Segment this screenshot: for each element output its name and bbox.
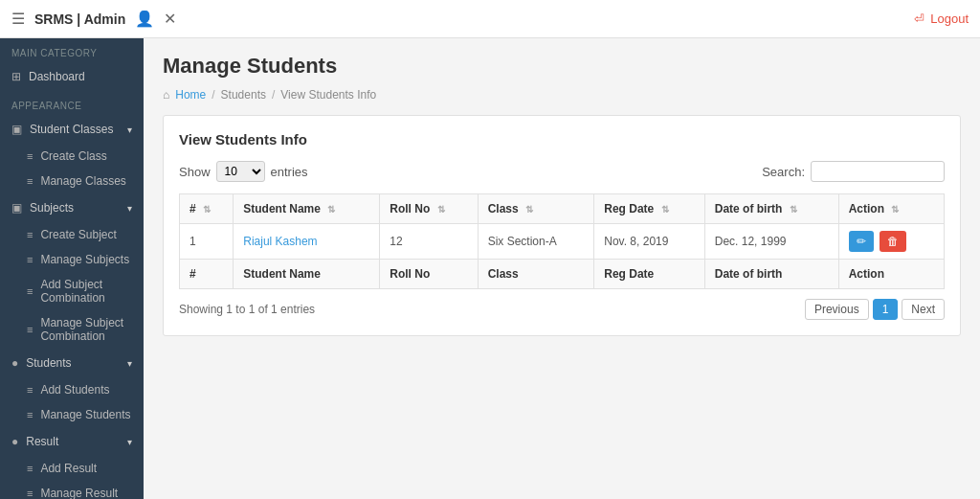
sidebar-item-manage-result[interactable]: ≡ Manage Result xyxy=(0,481,144,499)
delete-button[interactable]: 🗑 xyxy=(880,231,906,252)
manage-classes-icon: ≡ xyxy=(27,175,33,187)
add-result-icon: ≡ xyxy=(27,463,33,474)
sort-icon-roll: ⇅ xyxy=(437,204,445,215)
topbar-left: ☰ SRMS | Admin 👤 ✕ xyxy=(11,10,176,28)
sidebar-item-add-students[interactable]: ≡ Add Students xyxy=(0,377,144,402)
dashboard-icon: ⊞ xyxy=(11,70,21,83)
add-students-icon: ≡ xyxy=(27,384,33,396)
prev-button[interactable]: Previous xyxy=(805,299,869,320)
result-icon: ● xyxy=(11,435,18,448)
sidebar-item-manage-classes[interactable]: ≡ Manage Classes xyxy=(0,169,144,193)
topbar: ☰ SRMS | Admin 👤 ✕ ⏎ Logout xyxy=(0,0,980,38)
table-footer-row: # Student Name Roll No Class Reg Date Da… xyxy=(180,260,945,289)
logout-button[interactable]: Logout xyxy=(930,11,969,26)
col-student-name: Student Name ⇅ xyxy=(234,194,380,224)
sidebar-result-label: Result xyxy=(26,435,58,448)
cell-dob: Dec. 12, 1999 xyxy=(704,224,838,260)
sidebar-item-subjects[interactable]: ▣ Subjects ▾ xyxy=(0,193,144,222)
layout: MAIN CATEGORY ⊞ Dashboard APPEARANCE ▣ S… xyxy=(0,38,980,499)
close-icon[interactable]: ✕ xyxy=(164,10,176,28)
cell-class: Six Section-A xyxy=(478,224,594,260)
create-subject-icon: ≡ xyxy=(27,229,33,240)
foot-col-student-name: Student Name xyxy=(234,260,380,289)
breadcrumb-sep-1: / xyxy=(212,88,214,102)
sidebar-item-manage-subjects[interactable]: ≡ Manage Subjects xyxy=(0,247,144,272)
sidebar-add-subject-combination-label: Add Subject Combination xyxy=(40,278,132,305)
chevron-down-icon-3: ▾ xyxy=(127,358,132,369)
entries-label: entries xyxy=(271,165,308,179)
entries-select[interactable]: 10 25 50 100 xyxy=(216,161,265,182)
sidebar-student-classes-label: Student Classes xyxy=(30,123,113,136)
pagination: Previous 1 Next xyxy=(805,299,945,320)
breadcrumb-home[interactable]: Home xyxy=(175,88,206,102)
students-table: # ⇅ Student Name ⇅ Roll No ⇅ Class ⇅ Reg… xyxy=(179,193,945,289)
sidebar-item-create-class[interactable]: ≡ Create Class xyxy=(0,144,144,169)
appearance-label: APPEARANCE xyxy=(0,91,144,115)
breadcrumb-current: View Students Info xyxy=(280,88,376,102)
page-1-button[interactable]: 1 xyxy=(873,299,899,320)
cell-action: ✏ 🗑 xyxy=(838,224,944,260)
sidebar-item-manage-students[interactable]: ≡ Manage Students xyxy=(0,402,144,427)
menu-icon[interactable]: ☰ xyxy=(11,10,25,28)
sidebar-dashboard-label: Dashboard xyxy=(29,70,85,83)
next-button[interactable]: Next xyxy=(902,299,945,320)
cell-num: 1 xyxy=(180,224,234,260)
sidebar-item-add-result[interactable]: ≡ Add Result xyxy=(0,456,144,481)
sidebar-manage-subject-combination-label: Manage Subject Combination xyxy=(40,316,132,343)
sort-icon-name: ⇅ xyxy=(327,204,335,215)
sort-icon-reg: ⇅ xyxy=(661,204,669,215)
search-input[interactable] xyxy=(811,161,945,182)
cell-reg-date: Nov. 8, 2019 xyxy=(594,224,705,260)
col-roll-no: Roll No ⇅ xyxy=(380,194,478,224)
sidebar-manage-result-label: Manage Result xyxy=(40,487,118,499)
sidebar-students-label: Students xyxy=(26,356,71,370)
chevron-down-icon-2: ▾ xyxy=(127,203,132,214)
user-icon[interactable]: 👤 xyxy=(135,10,154,28)
search-label: Search: xyxy=(762,165,805,179)
topbar-right: ⏎ Logout xyxy=(914,11,969,26)
breadcrumb: ⌂ Home / Students / View Students Info xyxy=(163,88,961,102)
col-action: Action ⇅ xyxy=(838,194,944,224)
table-controls: Show 10 25 50 100 entries Search: xyxy=(179,161,945,182)
sidebar-item-create-subject[interactable]: ≡ Create Subject xyxy=(0,222,144,247)
add-subject-comb-icon: ≡ xyxy=(27,285,33,297)
card: View Students Info Show 10 25 50 100 ent… xyxy=(163,115,961,336)
student-name-link[interactable]: Riajul Kashem xyxy=(243,235,317,248)
sidebar-item-dashboard[interactable]: ⊞ Dashboard xyxy=(0,62,144,91)
sidebar-create-subject-label: Create Subject xyxy=(40,228,116,241)
sidebar-add-result-label: Add Result xyxy=(40,462,97,475)
breadcrumb-sep-2: / xyxy=(272,88,275,102)
card-title: View Students Info xyxy=(179,131,945,147)
sidebar-manage-students-label: Manage Students xyxy=(40,408,130,421)
sidebar-create-class-label: Create Class xyxy=(40,149,106,163)
main-category-label: MAIN CATEGORY xyxy=(0,38,144,62)
sidebar-manage-subjects-label: Manage Subjects xyxy=(40,253,129,266)
sidebar-item-result[interactable]: ● Result ▾ xyxy=(0,427,144,456)
col-num: # ⇅ xyxy=(180,194,234,224)
col-class: Class ⇅ xyxy=(478,194,594,224)
page-title: Manage Students xyxy=(163,54,961,79)
search-box: Search: xyxy=(762,161,945,182)
sidebar-item-students[interactable]: ● Students ▾ xyxy=(0,349,144,377)
sort-icon-action: ⇅ xyxy=(891,204,899,215)
show-label: Show xyxy=(179,165,211,179)
foot-col-roll-no: Roll No xyxy=(380,260,478,289)
home-icon: ⌂ xyxy=(163,88,169,102)
sort-icon-num: ⇅ xyxy=(203,204,211,215)
sidebar-item-manage-subject-combination[interactable]: ≡ Manage Subject Combination xyxy=(0,310,144,349)
sidebar-item-student-classes[interactable]: ▣ Student Classes ▾ xyxy=(0,115,144,144)
foot-col-dob: Date of birth xyxy=(704,260,838,289)
students-icon: ● xyxy=(11,356,18,370)
cell-name: Riajul Kashem xyxy=(234,224,380,260)
manage-students-icon: ≡ xyxy=(27,409,33,420)
breadcrumb-students: Students xyxy=(221,88,266,102)
foot-col-class: Class xyxy=(478,260,594,289)
manage-subject-comb-icon: ≡ xyxy=(27,324,33,335)
manage-result-icon: ≡ xyxy=(27,488,33,499)
sidebar-item-add-subject-combination[interactable]: ≡ Add Subject Combination xyxy=(0,272,144,310)
table-header-row: # ⇅ Student Name ⇅ Roll No ⇅ Class ⇅ Reg… xyxy=(180,194,945,224)
sort-icon-class: ⇅ xyxy=(525,204,533,215)
edit-button[interactable]: ✏ xyxy=(849,231,874,252)
chevron-down-icon: ▾ xyxy=(127,125,132,135)
sort-icon-dob: ⇅ xyxy=(790,204,797,215)
